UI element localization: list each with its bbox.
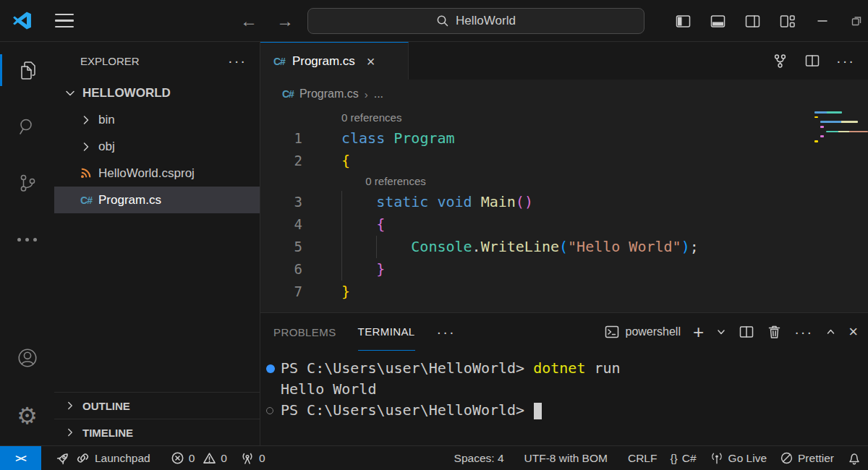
tree-item-programcs[interactable]: C# Program.cs xyxy=(54,187,260,213)
toggle-sidebar-icon[interactable] xyxy=(676,14,691,29)
minimap[interactable] xyxy=(810,111,864,152)
file-tree: HELLOWORLD bin obj xyxy=(54,80,260,392)
split-editor-icon[interactable] xyxy=(804,53,820,69)
code-line: 3static void Main() xyxy=(260,191,868,213)
go-live-label: Go Live xyxy=(728,452,767,465)
tab-close-icon[interactable]: × xyxy=(367,54,375,69)
terminal-shell-item[interactable]: powershell xyxy=(604,324,680,340)
vscode-window: ← → HelloWorld xyxy=(0,0,868,470)
remote-indicator[interactable]: >< xyxy=(0,446,41,470)
breadcrumb: C# Program.cs › ... xyxy=(260,80,868,108)
tree-root-helloworld[interactable]: HELLOWORLD xyxy=(54,80,260,106)
source-control-icon[interactable] xyxy=(772,53,788,69)
ports-indicator[interactable]: 0 xyxy=(234,446,272,470)
restore-icon[interactable] xyxy=(849,14,864,28)
prettier-item[interactable]: Prettier xyxy=(773,446,841,470)
toggle-panel-icon[interactable] xyxy=(710,14,726,29)
sidebar-more-icon[interactable]: ··· xyxy=(228,58,247,64)
back-icon[interactable]: ← xyxy=(240,12,258,30)
broadcast-icon xyxy=(710,451,724,466)
tree-item-csproj[interactable]: HelloWorld.csproj xyxy=(54,160,260,187)
terminal-line: PS C:\Users\user\HelloWorld> xyxy=(266,400,868,421)
notifications-item[interactable] xyxy=(841,446,868,470)
chevron-right-icon xyxy=(80,114,93,127)
outline-section[interactable]: OUTLINE xyxy=(54,392,260,419)
tab-terminal[interactable]: TERMINAL xyxy=(358,313,415,351)
vscode-logo[interactable] xyxy=(12,11,32,30)
account-icon[interactable] xyxy=(0,340,54,376)
indentation-item[interactable]: Spaces: 4 xyxy=(448,446,511,470)
codelens-references: 0 references xyxy=(341,172,426,191)
tree-item-obj[interactable]: obj xyxy=(54,133,260,160)
encoding-label: UTF-8 with BOM xyxy=(524,452,608,465)
code-editor: 0 references1class Program2{0 references… xyxy=(260,108,868,312)
explorer-sidebar: EXPLORER ··· HELLOWORLD bin xyxy=(54,42,260,445)
tab-programcs[interactable]: C# Program.cs × xyxy=(260,42,409,80)
error-count: 0 xyxy=(189,452,195,465)
terminal-dropdown-icon[interactable] xyxy=(716,327,726,337)
tree-item-label: Program.cs xyxy=(98,193,161,208)
breadcrumb-symbol[interactable]: ... xyxy=(374,87,383,101)
problems-indicator[interactable]: 0 0 xyxy=(164,446,234,470)
csproj-rss-icon xyxy=(80,167,93,179)
source-control-view-icon[interactable] xyxy=(0,165,54,201)
spaces-label: Spaces: 4 xyxy=(454,452,504,465)
maximize-panel-icon[interactable] xyxy=(825,327,836,337)
go-live-item[interactable]: Go Live xyxy=(703,446,773,470)
ports-count: 0 xyxy=(259,452,265,465)
tree-item-label: obj xyxy=(98,140,115,154)
split-terminal-icon[interactable] xyxy=(739,324,754,340)
eol-item[interactable]: CRLF xyxy=(621,446,663,470)
remote-icon: >< xyxy=(15,453,25,464)
breadcrumb-file[interactable]: Program.cs xyxy=(299,87,359,101)
forward-icon[interactable]: → xyxy=(276,12,294,30)
language-label: C# xyxy=(682,452,697,465)
new-terminal-icon[interactable]: + xyxy=(693,322,704,341)
terminal-icon xyxy=(604,324,620,340)
more-views-icon[interactable] xyxy=(0,221,54,257)
launchpad-item[interactable]: Launchpad xyxy=(48,446,157,470)
kill-terminal-trash-icon[interactable] xyxy=(767,324,782,340)
terminal-line: PS C:\Users\user\HelloWorld> dotnet run xyxy=(266,358,868,379)
menu-icon[interactable] xyxy=(55,14,74,27)
language-mode-item[interactable]: {} C# xyxy=(663,446,702,470)
encoding-item[interactable]: UTF-8 with BOM xyxy=(518,446,614,470)
settings-gear-icon[interactable]: ⚙ xyxy=(0,398,54,434)
tree-item-label: HelloWorld.csproj xyxy=(98,166,195,181)
terminal-output: PS C:\Users\user\HelloWorld> dotnet runH… xyxy=(260,351,868,445)
tree-item-label: bin xyxy=(98,113,115,127)
tab-label: Program.cs xyxy=(292,54,355,69)
tree-root-label: HELLOWORLD xyxy=(82,86,171,101)
code-line: 5Console.WriteLine("Hello World"); xyxy=(260,236,868,258)
outline-label: OUTLINE xyxy=(82,400,130,412)
search-view-icon[interactable] xyxy=(0,108,54,145)
activity-bar: ⚙ xyxy=(0,42,54,445)
customize-layout-icon[interactable] xyxy=(780,14,796,29)
timeline-label: TIMELINE xyxy=(82,427,133,439)
explorer-icon[interactable] xyxy=(0,52,54,88)
error-icon xyxy=(171,451,184,465)
panel-more-tabs-icon[interactable]: ··· xyxy=(437,329,456,335)
search-value: HelloWorld xyxy=(456,14,516,28)
slash-circle-icon xyxy=(780,451,793,465)
code-line: 4{ xyxy=(260,213,868,236)
tree-item-bin[interactable]: bin xyxy=(54,106,260,133)
bottom-panel: PROBLEMS TERMINAL ··· powershell + xyxy=(260,312,868,445)
search-box[interactable]: HelloWorld xyxy=(307,8,644,34)
warning-count: 0 xyxy=(221,452,227,465)
braces-icon: {} xyxy=(670,452,677,465)
tab-bar: C# Program.cs × ··· xyxy=(260,42,868,80)
link-icon xyxy=(75,450,90,466)
close-panel-icon[interactable]: × xyxy=(848,324,858,340)
toggle-secondary-sidebar-icon[interactable] xyxy=(745,14,760,29)
breadcrumb-separator: › xyxy=(365,88,368,101)
editor-more-actions-icon[interactable]: ··· xyxy=(836,58,855,64)
timeline-section[interactable]: TIMELINE xyxy=(54,419,260,445)
tab-problems[interactable]: PROBLEMS xyxy=(273,313,336,351)
rocket-icon xyxy=(55,450,71,466)
minimize-icon[interactable] xyxy=(815,14,830,28)
code-line: 1class Program xyxy=(260,127,868,150)
chevron-right-icon xyxy=(64,427,76,438)
panel-more-actions-icon[interactable]: ··· xyxy=(794,329,813,335)
titlebar: ← → HelloWorld xyxy=(0,0,868,42)
